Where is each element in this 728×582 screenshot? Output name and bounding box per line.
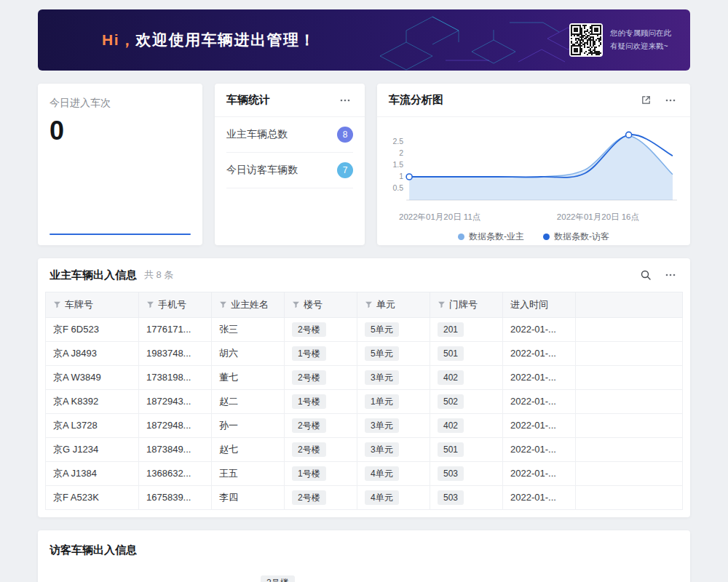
column-header-label: 业主姓名: [231, 299, 269, 310]
visitor-table-card: 访客车辆出入信息 2号楼: [38, 530, 690, 582]
legend-dot-owner: [458, 234, 464, 240]
table-cell: 1号楼: [285, 342, 357, 366]
stat-row-owner-total: 业主车辆总数 8: [226, 117, 353, 153]
legend-label-visitor: 数据条数-访客: [554, 231, 609, 243]
traffic-chart-card: 车流分析图 0.511.522.5 2022年01月20日 11点 2022年0…: [377, 84, 690, 245]
legend-item-visitor[interactable]: 数据条数-访客: [543, 231, 609, 243]
filter-icon[interactable]: [146, 300, 154, 311]
qr-code[interactable]: [569, 23, 603, 57]
cell-tag: 2号楼: [292, 322, 326, 337]
column-header[interactable]: 门牌号: [430, 292, 503, 318]
table-cell: 1单元: [357, 390, 430, 414]
table-row: 京F A523K1675839...李四2号楼4单元5032022-01-...: [46, 486, 683, 510]
cell-tag: 3单元: [365, 418, 399, 433]
cell-tag: 4单元: [365, 466, 399, 481]
filter-icon[interactable]: [292, 300, 300, 311]
welcome-hi: Hi，: [102, 31, 136, 48]
table-cell: 1983748...: [139, 342, 212, 366]
table-row: 京A J13841368632...王五1号楼4单元5032022-01-...: [46, 462, 683, 486]
cell-tag: 5单元: [365, 346, 399, 361]
cell-tag: 501: [438, 346, 464, 361]
svg-text:1.5: 1.5: [392, 161, 403, 170]
table-cell: 2号楼: [285, 414, 357, 438]
cell-tag: 2号楼: [292, 418, 326, 433]
svg-text:0.5: 0.5: [392, 184, 403, 193]
table-cell: 1872943...: [139, 390, 212, 414]
dashboard-page: Hi，欢迎使用车辆进出管理！ 您的专属顾问在此 有疑问欢迎来戳~ 今日进入车次 …: [0, 0, 728, 582]
table-cell: 1号楼: [285, 390, 357, 414]
search-icon[interactable]: [638, 267, 654, 283]
table-cell: 402: [430, 414, 503, 438]
vehicle-stats-card: 车辆统计 业主车辆总数 8 今日访客车辆数 7: [215, 84, 365, 245]
table-cell: 京A K8392: [46, 390, 139, 414]
table-cell: 1872948...: [139, 414, 212, 438]
owner-table-header: 业主车辆出入信息 共 8 条: [38, 258, 690, 292]
table-cell: 5单元: [357, 318, 430, 342]
chart-x-axis: 2022年01月20日 11点 2022年01月20日 16点: [387, 212, 680, 223]
table-cell: 5单元: [357, 342, 430, 366]
table-cell: 1号楼: [285, 462, 357, 486]
column-header[interactable]: 单元: [357, 292, 430, 318]
qr-caption-line1: 您的专属顾问在此: [610, 27, 671, 40]
qr-code-image: [571, 25, 601, 55]
cell-tag: 1号楼: [292, 466, 326, 481]
cell-tag: 5单元: [365, 322, 399, 337]
column-header[interactable]: 业主姓名: [212, 292, 285, 318]
cell-tag: 502: [438, 394, 464, 409]
column-header[interactable]: 楼号: [285, 292, 357, 318]
more-icon[interactable]: [662, 92, 678, 108]
table-cell: 4单元: [357, 462, 430, 486]
table-cell: 2022-01-...: [503, 414, 576, 438]
cell-tag: 2号楼: [292, 490, 326, 505]
table-cell: 京F A523K: [46, 486, 139, 510]
export-icon[interactable]: [638, 92, 654, 108]
column-header-label: 门牌号: [449, 299, 478, 310]
table-cell: 京A J8493: [46, 342, 139, 366]
table-cell: 3单元: [357, 414, 430, 438]
vehicle-stats-title: 车辆统计: [226, 93, 270, 107]
table-cell: 2022-01-...: [503, 342, 576, 366]
column-header[interactable]: 进入时间: [503, 292, 576, 318]
table-row: 京G J12341873849...赵七2号楼3单元5012022-01-...: [46, 438, 683, 462]
cell-tag: 402: [438, 370, 464, 385]
welcome-text: 欢迎使用车辆进出管理！: [136, 31, 317, 48]
x-axis-label-start: 2022年01月20日 11点: [399, 212, 480, 223]
table-row: 京A W38491738198...董七2号楼3单元4022022-01-...: [46, 366, 683, 390]
qr-caption: 您的专属顾问在此 有疑问欢迎来戳~: [610, 27, 671, 53]
table-cell: 2022-01-...: [503, 486, 576, 510]
cell-tag: 503: [438, 490, 464, 505]
filter-icon[interactable]: [438, 300, 446, 311]
visitor-today-badge: 7: [337, 162, 353, 178]
filter-icon[interactable]: [219, 300, 227, 311]
x-axis-label-end: 2022年01月20日 16点: [557, 212, 639, 223]
welcome-banner: Hi，欢迎使用车辆进出管理！ 您的专属顾问在此 有疑问欢迎来戳~: [38, 9, 690, 71]
table-cell: 1873849...: [139, 438, 212, 462]
table-cell: 1368632...: [139, 462, 212, 486]
table-cell: 1675839...: [139, 486, 212, 510]
cell-tag: 1号楼: [292, 394, 326, 409]
column-header-label: 单元: [376, 299, 395, 310]
column-header[interactable]: 手机号: [139, 292, 212, 318]
table-row: 京A K83921872943...赵二1号楼1单元5022022-01-...: [46, 390, 683, 414]
column-header[interactable]: 车牌号: [46, 292, 139, 318]
table-cell: 3单元: [357, 366, 430, 390]
filter-icon[interactable]: [53, 300, 61, 311]
more-icon[interactable]: [337, 92, 353, 108]
more-icon[interactable]: [662, 267, 678, 283]
table-cell: 1776171...: [139, 318, 212, 342]
column-header-label: 手机号: [158, 299, 186, 310]
entries-trend-line: [50, 234, 191, 235]
stats-cards-row: 今日进入车次 0 车辆统计 业主车辆总数 8 今日访客车辆数 7: [38, 84, 690, 245]
legend-item-owner[interactable]: 数据条数-业主: [458, 231, 524, 243]
today-entries-card: 今日进入车次 0: [38, 84, 202, 245]
owner-table-wrap: 车牌号手机号业主姓名楼号单元门牌号进入时间京F 6D5231776171...张…: [38, 292, 690, 517]
table-cell: 京A L3728: [46, 414, 139, 438]
table-cell: 4单元: [357, 486, 430, 510]
visitor-today-label: 今日访客车辆数: [226, 164, 298, 177]
traffic-chart-header: 车流分析图: [377, 84, 690, 117]
table-cell: 赵七: [212, 438, 285, 462]
filter-icon[interactable]: [365, 300, 373, 311]
svg-text:2.5: 2.5: [392, 137, 403, 146]
cell-tag: 4单元: [365, 490, 399, 505]
table-cell: 京A J1384: [46, 462, 139, 486]
